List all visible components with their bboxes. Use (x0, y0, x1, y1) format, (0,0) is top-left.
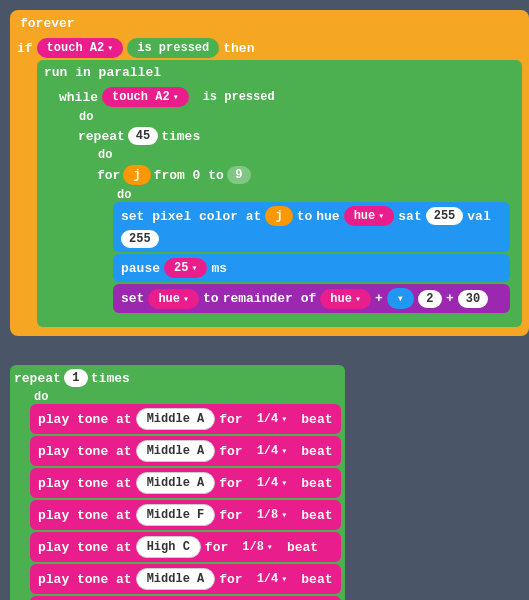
for-header: for j from 0 to 9 (97, 165, 510, 185)
tone-note-2[interactable]: Middle A (136, 472, 216, 494)
set-pixel-var: j (265, 206, 292, 226)
tone-duration-1[interactable]: 1/4 ▾ (247, 441, 298, 461)
tone-duration-2[interactable]: 1/4 ▾ (247, 473, 298, 493)
run-parallel-block: run in parallel while touch A2 ▾ (37, 60, 522, 327)
tone-block-5: play tone at Middle A for 1/4 ▾ beat (30, 564, 341, 594)
tone-beat-0: beat (301, 412, 332, 427)
tone-text-2: play tone at (38, 476, 132, 491)
set-hue-block: set hue ▾ to remainder of (113, 284, 510, 313)
set-pixel-sat: sat (398, 209, 421, 224)
set-pixel-block: set pixel color at j to hue (113, 202, 510, 252)
tone-beat-3: beat (301, 508, 332, 523)
set-pixel-sat-val[interactable]: 255 (426, 207, 464, 225)
set-hue-mult-pill[interactable]: ▾ (387, 288, 414, 309)
tone-duration-5[interactable]: 1/4 ▾ (247, 569, 298, 589)
tone-block-1: play tone at Middle A for 1/4 ▾ beat (30, 436, 341, 466)
if-header: if touch A2 ▾ is pressed then (17, 38, 522, 58)
tone-note-4[interactable]: High C (136, 536, 201, 558)
do3-label: do (113, 187, 135, 203)
set-pixel-val-label: val (467, 209, 490, 224)
tone-beat-5: beat (301, 572, 332, 587)
bottom-repeat-times: times (91, 371, 130, 386)
for-keyword: for (97, 168, 120, 183)
set-hue-plus2: + (446, 291, 454, 306)
run-inner: while touch A2 ▾ is pressed do (56, 84, 519, 324)
if-keyword: if (17, 41, 33, 56)
set-pixel-hue-pill[interactable]: hue ▾ (344, 206, 395, 226)
set-pixel-to: to (297, 209, 313, 224)
set-pixel-hue-label: hue (316, 209, 339, 224)
for-block: for j from 0 to 9 (94, 162, 513, 318)
set-pixel-val-val[interactable]: 255 (121, 230, 159, 248)
set-pixel-text1: set pixel color at (121, 209, 261, 224)
tone-for-2: for (219, 476, 242, 491)
repeat-inner: do for j f (94, 147, 513, 318)
tone-note-1[interactable]: Middle A (136, 440, 216, 462)
tone-for-0: for (219, 412, 242, 427)
tone-duration-4[interactable]: 1/8 ▾ (232, 537, 283, 557)
while-header: while touch A2 ▾ is pressed (59, 87, 516, 107)
tone-note-0[interactable]: Middle A (136, 408, 216, 430)
tone-note-5[interactable]: Middle A (136, 568, 216, 590)
forever-label: forever (14, 14, 525, 33)
tone-note-3[interactable]: Middle F (136, 504, 216, 526)
bottom-do-label: do (30, 389, 52, 405)
set-hue-var[interactable]: hue ▾ (148, 289, 199, 309)
touch-pill[interactable]: touch A2 ▾ (37, 38, 124, 58)
while-keyword: while (59, 90, 98, 105)
repeat-times: times (161, 129, 200, 144)
while-inner: do repeat 45 times do (75, 109, 516, 321)
tone-block-0: play tone at Middle A for 1/4 ▾ beat (30, 404, 341, 434)
tone-for-3: for (219, 508, 242, 523)
set-hue-num2[interactable]: 30 (458, 290, 488, 308)
tone-text-3: play tone at (38, 508, 132, 523)
while-is-pressed-pill: is pressed (193, 87, 285, 107)
then-keyword: then (223, 41, 254, 56)
set-hue-hue-pill[interactable]: hue ▾ (320, 289, 371, 309)
repeat-keyword: repeat (78, 129, 125, 144)
tone-for-4: for (205, 540, 228, 555)
pause-block: pause 25 ▾ ms (113, 254, 510, 282)
set-hue-num1[interactable]: 2 (418, 290, 442, 308)
tone-text-0: play tone at (38, 412, 132, 427)
pause-ms: ms (211, 261, 227, 276)
touch-dropdown-arrow[interactable]: ▾ (107, 42, 113, 54)
tone-block-4: play tone at High C for 1/8 ▾ beat (30, 532, 341, 562)
tone-block-3: play tone at Middle F for 1/8 ▾ beat (30, 500, 341, 530)
while-block: while touch A2 ▾ is pressed do (56, 84, 519, 324)
bottom-do-inner: do play tone at Middle A for 1/4 ▾ beat … (30, 389, 341, 600)
tone-duration-0[interactable]: 1/4 ▾ (247, 409, 298, 429)
forever-block: forever if touch A2 ▾ is pressed then ru… (10, 10, 529, 336)
tone-text-4: play tone at (38, 540, 132, 555)
do1-label: do (75, 109, 97, 125)
bottom-section: repeat 1 times do play tone at Middle A … (10, 365, 345, 600)
for-to-val[interactable]: 9 (227, 166, 251, 184)
repeat-count[interactable]: 45 (128, 127, 158, 145)
main-container: forever if touch A2 ▾ is pressed then ru… (10, 10, 529, 336)
tone-block-2: play tone at Middle A for 1/4 ▾ beat (30, 468, 341, 498)
bottom-repeat-keyword: repeat (14, 371, 61, 386)
tone-for-5: for (219, 572, 242, 587)
pause-val-pill[interactable]: 25 ▾ (164, 258, 207, 278)
repeat-header: repeat 45 times (78, 127, 513, 145)
tone-blocks: play tone at Middle A for 1/4 ▾ beat pla… (30, 404, 341, 600)
tone-text-5: play tone at (38, 572, 132, 587)
bottom-repeat-block: repeat 1 times do play tone at Middle A … (10, 365, 345, 600)
bottom-repeat-header: repeat 1 times (14, 369, 341, 387)
if-block: if touch A2 ▾ is pressed then run in par… (14, 35, 525, 330)
set-keyword: set (121, 291, 144, 306)
for-from: from 0 to (154, 168, 224, 183)
is-pressed-pill: is pressed (127, 38, 219, 58)
set-hue-plus: + (375, 291, 383, 306)
tone-block-6: play tone at Middle F for 1/8 ▾ beat (30, 596, 341, 600)
do2-label: do (94, 147, 116, 163)
set-hue-to: to (203, 291, 219, 306)
while-touch-pill[interactable]: touch A2 ▾ (102, 87, 189, 107)
tone-beat-4: beat (287, 540, 318, 555)
bottom-repeat-count[interactable]: 1 (64, 369, 88, 387)
pause-text: pause (121, 261, 160, 276)
tone-duration-3[interactable]: 1/8 ▾ (247, 505, 298, 525)
if-inner: run in parallel while touch A2 ▾ (37, 60, 522, 327)
while-touch-dropdown[interactable]: ▾ (173, 91, 179, 103)
set-hue-remainder: remainder of (223, 291, 317, 306)
